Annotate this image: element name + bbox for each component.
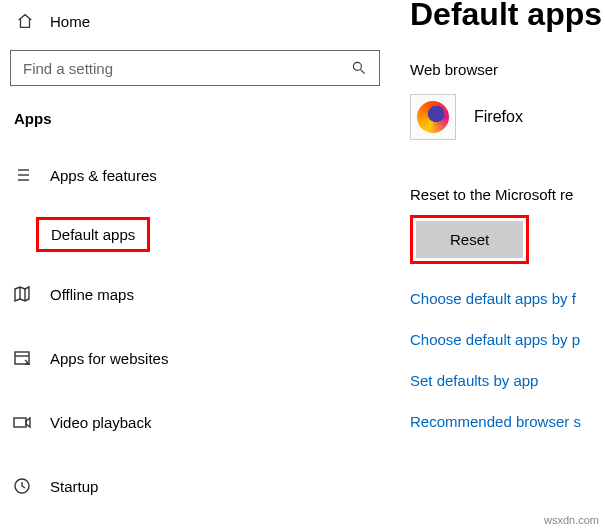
link-recommended-browser[interactable]: Recommended browser s	[410, 413, 605, 430]
browser-app-tile	[410, 94, 456, 140]
svg-line-1	[361, 70, 365, 74]
apps-websites-icon	[12, 348, 32, 368]
firefox-icon	[417, 101, 449, 133]
nav-home[interactable]: Home	[0, 6, 390, 44]
settings-sidebar: Home Find a setting Apps Apps & features…	[0, 0, 390, 530]
section-heading: Apps	[14, 110, 390, 127]
list-icon	[12, 165, 32, 185]
svg-point-0	[353, 62, 361, 70]
startup-icon	[12, 476, 32, 496]
sidebar-item-startup[interactable]: Startup	[0, 464, 390, 508]
reset-description: Reset to the Microsoft re	[410, 186, 605, 203]
sidebar-item-label: Apps for websites	[50, 350, 168, 367]
sidebar-item-label: Apps & features	[50, 167, 157, 184]
page-title: Default apps	[410, 0, 605, 33]
map-icon	[12, 284, 32, 304]
sidebar-item-offline-maps[interactable]: Offline maps	[0, 272, 390, 316]
search-icon	[351, 60, 367, 76]
nav-home-label: Home	[50, 13, 90, 30]
link-choose-by-protocol[interactable]: Choose default apps by p	[410, 331, 605, 348]
browser-name: Firefox	[474, 108, 523, 126]
home-icon	[16, 12, 34, 30]
sidebar-item-label: Default apps	[51, 226, 135, 243]
watermark: wsxdn.com	[544, 514, 599, 526]
sidebar-item-video-playback[interactable]: Video playback	[0, 400, 390, 444]
default-browser-row[interactable]: Firefox	[410, 94, 605, 140]
sidebar-item-apps-features[interactable]: Apps & features	[0, 153, 390, 197]
main-panel: Default apps Web browser Firefox Reset t…	[390, 0, 605, 530]
web-browser-label: Web browser	[410, 61, 605, 78]
sidebar-item-label: Offline maps	[50, 286, 134, 303]
reset-highlight: Reset	[410, 215, 529, 264]
svg-rect-12	[14, 418, 26, 427]
sidebar-item-default-apps[interactable]: Default apps	[36, 217, 150, 252]
reset-button[interactable]: Reset	[416, 221, 523, 258]
sidebar-item-label: Startup	[50, 478, 98, 495]
search-input[interactable]: Find a setting	[10, 50, 380, 86]
sidebar-item-apps-websites[interactable]: Apps for websites	[0, 336, 390, 380]
video-icon	[12, 412, 32, 432]
sidebar-item-label: Video playback	[50, 414, 151, 431]
link-set-defaults-by-app[interactable]: Set defaults by app	[410, 372, 605, 389]
link-choose-by-filetype[interactable]: Choose default apps by f	[410, 290, 605, 307]
search-placeholder: Find a setting	[23, 60, 113, 77]
